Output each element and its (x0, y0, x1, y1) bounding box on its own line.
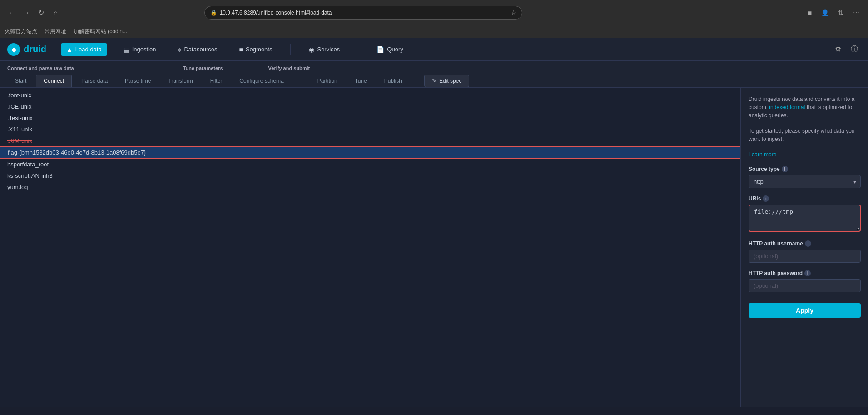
file-item-yum-log[interactable]: yum.log (0, 181, 740, 193)
file-item-xim-unix[interactable]: .XIM-unix (0, 135, 740, 146)
tab-partition[interactable]: Partition (310, 75, 345, 87)
logo-icon: ◆ (7, 43, 20, 56)
uris-textarea[interactable]: file:///tmp (749, 205, 861, 232)
tab-publish[interactable]: Publish (377, 75, 410, 87)
tabs-row: Start Connect Parse data Parse time Tran… (7, 75, 861, 87)
file-item-hsperfdata[interactable]: hsperfdata_root (0, 159, 740, 170)
bookmark-3[interactable]: 加解密码网站 (codin... (74, 28, 127, 35)
http-auth-username-label-text: HTTP auth username (749, 240, 803, 247)
logo-text: druid (24, 44, 46, 55)
file-item-test-unix[interactable]: .Test-unix (0, 112, 740, 124)
file-item-ks-script[interactable]: ks-script-ANhnh3 (0, 170, 740, 181)
http-auth-username-group: HTTP auth username i (749, 240, 861, 263)
nav-datasources-label: Datasources (184, 46, 217, 53)
source-type-group: Source type i http local s3 kafka (749, 166, 861, 188)
step-group-3: Verify and submit (268, 65, 310, 71)
http-auth-password-input[interactable] (749, 279, 861, 292)
right-panel-description-2: To get started, please specify what data… (749, 127, 861, 143)
file-item-x11-unix[interactable]: .X11-unix (0, 124, 740, 135)
home-button[interactable]: ⌂ (49, 6, 62, 19)
http-auth-password-label-text: HTTP auth password (749, 270, 803, 276)
http-auth-password-group: HTTP auth password i (749, 270, 861, 292)
right-panel: Druid ingests raw data and converts it i… (741, 88, 868, 407)
bookmark-2[interactable]: 常用网址 (45, 28, 66, 35)
bookmarks-bar: 火狐官方站点 常用网址 加解密码网站 (codin... (0, 25, 868, 38)
http-auth-username-info-icon[interactable]: i (805, 240, 811, 247)
learn-more-link[interactable]: Learn more (749, 151, 776, 158)
http-auth-username-input[interactable] (749, 250, 861, 263)
services-icon: ◉ (309, 46, 314, 53)
http-auth-username-label: HTTP auth username i (749, 240, 861, 247)
help-nav-button[interactable]: ⓘ (848, 43, 861, 56)
source-type-select-wrapper: http local s3 kafka (749, 175, 861, 188)
file-item-ice-unix[interactable]: .ICE-unix (0, 101, 740, 112)
nav-services[interactable]: ◉ Services (303, 43, 345, 56)
file-item-font-unix[interactable]: .font-unix (0, 90, 740, 101)
right-panel-description: Druid ingests raw data and converts it i… (749, 95, 861, 120)
apply-button[interactable]: Apply (749, 303, 861, 318)
ingestion-icon: ▤ (124, 46, 129, 53)
source-type-select[interactable]: http local s3 kafka (749, 175, 861, 188)
tab-filter[interactable]: Filter (203, 75, 230, 87)
security-icon: 🔒 (210, 10, 217, 16)
datasources-icon: ⎈ (178, 46, 181, 53)
nav-separator (290, 44, 291, 55)
settings-nav-button[interactable]: ⚙ (832, 43, 844, 56)
nav-segments-label: Segments (246, 46, 273, 53)
tab-connect[interactable]: Connect (36, 75, 72, 87)
extensions-button[interactable]: ■ (804, 6, 816, 19)
tab-edit-spec[interactable]: ✎ Edit spec (424, 75, 469, 87)
nav-load-data[interactable]: ▲ Load data (61, 43, 107, 56)
tab-start[interactable]: Start (7, 75, 34, 87)
edit-spec-icon: ✎ (432, 78, 436, 84)
tab-transform[interactable]: Transform (160, 75, 200, 87)
nav-services-label: Services (317, 46, 340, 53)
nav-query[interactable]: 📄 Query (371, 43, 408, 56)
tab-tune[interactable]: Tune (347, 75, 375, 87)
query-icon: 📄 (377, 46, 384, 53)
source-type-label: Source type i (749, 166, 861, 172)
http-auth-password-info-icon[interactable]: i (804, 270, 811, 276)
browser-nav-buttons: ← → ↻ ⌂ (5, 6, 62, 19)
file-panel[interactable]: .font-unix .ICE-unix .Test-unix .X11-uni… (0, 88, 741, 407)
bookmark-star[interactable]: ☆ (511, 9, 516, 16)
nav-query-label: Query (387, 46, 403, 53)
browser-actions: ■ 👤 ⇅ ⋯ (804, 6, 863, 19)
step-tabs: Connect and parse raw data Tune paramete… (0, 61, 868, 88)
sync-button[interactable]: ⇅ (834, 6, 847, 19)
uris-label-text: URIs (749, 195, 761, 202)
main-layout: .font-unix .ICE-unix .Test-unix .X11-uni… (0, 88, 868, 407)
nav-ingestion-label: Ingestion (132, 46, 156, 53)
indexed-format-link[interactable]: indexed format (769, 104, 805, 110)
nav-segments[interactable]: ■ Segments (233, 43, 278, 56)
segments-icon: ■ (239, 46, 243, 53)
user-button[interactable]: 👤 (819, 6, 832, 19)
nav-datasources[interactable]: ⎈ Datasources (172, 43, 223, 56)
address-bar[interactable]: 🔒 10.9.47.6:8289/unified-console.html#lo… (204, 6, 522, 20)
tab-parse-time[interactable]: Parse time (117, 75, 159, 87)
settings-button[interactable]: ⋯ (850, 6, 863, 19)
url-text: 10.9.47.6:8289/unified-console.html#load… (220, 10, 508, 16)
browser-chrome: ← → ↻ ⌂ 🔒 10.9.47.6:8289/unified-console… (0, 0, 868, 25)
load-data-icon: ▲ (66, 46, 73, 53)
uris-group: URIs i file:///tmp (749, 195, 861, 233)
tab-parse-data[interactable]: Parse data (74, 75, 115, 87)
top-nav: ◆ druid ▲ Load data ▤ Ingestion ⎈ Dataso… (0, 38, 868, 61)
nav-load-data-label: Load data (75, 46, 102, 53)
nav-ingestion[interactable]: ▤ Ingestion (118, 43, 162, 56)
bookmark-1[interactable]: 火狐官方站点 (5, 28, 37, 35)
source-type-label-text: Source type (749, 166, 780, 172)
uris-label: URIs i (749, 195, 861, 202)
forward-button[interactable]: → (20, 6, 33, 19)
tab-configure-schema[interactable]: Configure schema (232, 75, 291, 87)
logo[interactable]: ◆ druid (7, 43, 46, 56)
nav-separator-2 (358, 44, 358, 55)
reload-button[interactable]: ↻ (35, 6, 47, 19)
step-group-2: Tune parameters (183, 65, 223, 71)
edit-spec-label: Edit spec (439, 78, 461, 84)
step-group-1: Connect and parse raw data (7, 65, 74, 71)
source-type-info-icon[interactable]: i (782, 166, 788, 172)
file-item-flag[interactable]: flag-{bmh1532db03-46e0-4e7d-8b13-1a08f69… (0, 146, 740, 159)
back-button[interactable]: ← (5, 6, 18, 19)
uris-info-icon[interactable]: i (763, 195, 769, 202)
